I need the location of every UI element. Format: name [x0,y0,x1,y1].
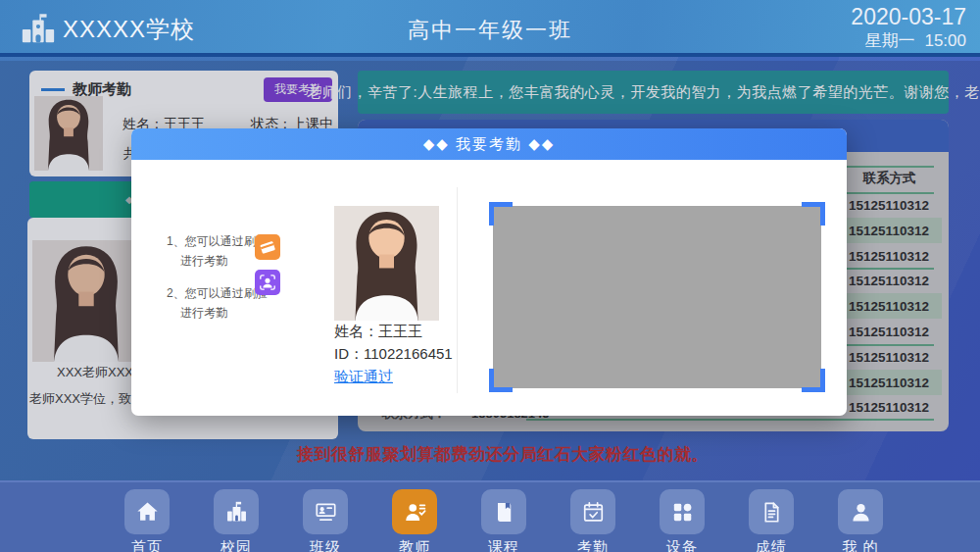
instructions: 1、您可以通过刷卡 进行考勤 2、您可以通过刷脸 进行考勤 [167,231,268,335]
course-icon [491,499,517,526]
attendance-icon [580,499,607,526]
profile-icon [848,499,874,526]
vertical-divider [457,187,458,393]
camera-viewfinder [493,206,821,388]
school-icon [223,499,250,526]
class-icon [313,499,339,526]
nav-item-teacher[interactable]: 教师 [375,489,454,552]
top-bar: XXXXX学校 高中一年级一班 2020-03-17 星期一15:00 [0,0,980,57]
card-swipe-icon [255,234,280,260]
instruction-step: 1、您可以通过刷卡 进行考勤 [167,231,268,271]
viewfinder-corner [489,369,513,392]
bottom-nav: 首页 校园 [0,480,980,552]
class-title: 高中一年级一班 [0,16,980,45]
verify-passed-link[interactable]: 验证通过 [334,368,393,386]
modal-title: ◆◆ 我要考勤 ◆◆ [131,128,847,160]
nav-item-device[interactable]: 设备 [643,489,721,552]
home-icon [134,499,161,526]
teacher-icon [402,499,428,526]
nav-item-campus[interactable]: 校园 [197,489,275,552]
nav-item-class[interactable]: 班级 [286,489,365,552]
nav-item-course[interactable]: 课程 [465,489,543,552]
datetime-block: 2020-03-17 星期一15:00 [851,4,966,51]
screen: XXXXX学校 高中一年级一班 2020-03-17 星期一15:00 教师考勤… [0,0,980,552]
nav-item-home[interactable]: 首页 [108,489,186,552]
nav-item-profile[interactable]: 我 的 [821,489,900,552]
weekday-time: 星期一15:00 [851,31,966,51]
nav-item-grades[interactable]: 成绩 [732,489,810,552]
instruction-step: 2、您可以通过刷脸 进行考勤 [167,283,268,323]
verified-person-photo [334,206,439,321]
nav-item-attendance[interactable]: 考勤 [554,489,632,552]
device-icon [669,499,696,526]
person-name: 姓名：王王王 [334,323,422,341]
grades-icon [759,499,785,526]
date: 2020-03-17 [851,4,966,31]
viewfinder-corner [489,202,513,226]
person-id: ID：11022166451 [334,345,453,364]
viewfinder-corner [802,369,825,392]
face-scan-icon [255,270,280,295]
attendance-modal: ◆◆ 我要考勤 ◆◆ 1、您可以通过刷卡 进行考勤 2、您可以通过刷脸 进行考勤 [131,128,847,416]
viewfinder-corner [802,202,825,226]
